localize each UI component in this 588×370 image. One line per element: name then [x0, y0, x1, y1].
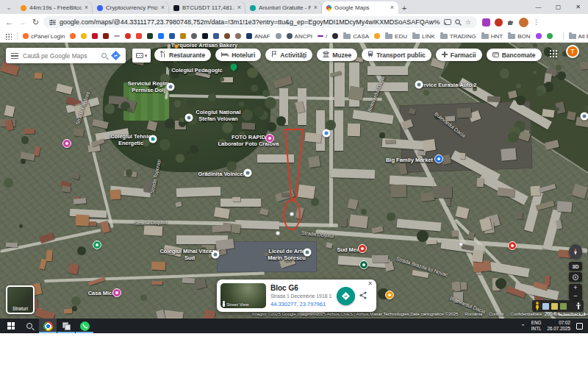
bookmark-item[interactable]: [103, 33, 109, 39]
layers-widget[interactable]: Straturi: [6, 285, 35, 314]
directions-icon[interactable]: [111, 51, 121, 60]
bookmark-item[interactable]: [114, 35, 120, 37]
tab-search-chevron-icon[interactable]: ⌄: [1, 1, 16, 14]
street-view-thumbnail[interactable]: Street View: [220, 283, 266, 308]
back-button[interactable]: ←: [4, 18, 15, 26]
accessibility-icon[interactable]: [576, 302, 581, 310]
bookmark-item[interactable]: [224, 33, 230, 39]
taskbar-chrome-button[interactable]: [39, 319, 57, 333]
layer-thumbnail[interactable]: [551, 303, 558, 310]
lens-search-icon[interactable]: [455, 19, 462, 26]
maps-search-box[interactable]: [6, 48, 126, 63]
bookmark-folder-link[interactable]: LINK: [412, 33, 435, 40]
tab-inactive[interactable]: Anunturi Gratuite - Peste 4 mil×: [245, 1, 322, 14]
bookmark-item[interactable]: [374, 33, 380, 39]
bookmark-item[interactable]: [235, 33, 241, 39]
keyboard-input-tool[interactable]: ▾: [132, 49, 151, 63]
bookmark-item[interactable]: [180, 33, 186, 39]
site-settings-icon[interactable]: [49, 19, 56, 26]
tab-inactive[interactable]: 44m:19s - FreeBitco.in - Win fr×: [16, 1, 93, 14]
bookmark-item[interactable]: [332, 33, 338, 39]
close-window-button[interactable]: ✕: [568, 4, 588, 10]
zoom-in-button[interactable]: +: [573, 284, 577, 292]
bookmark-item[interactable]: [92, 33, 98, 39]
account-avatar[interactable]: T: [566, 45, 579, 58]
chip-farmacii[interactable]: Farmacii: [436, 49, 482, 61]
start-button[interactable]: [2, 319, 20, 333]
directions-button[interactable]: [337, 287, 355, 305]
maximize-button[interactable]: ▢: [548, 4, 568, 10]
minimize-button[interactable]: —: [528, 4, 548, 10]
tab-close-icon[interactable]: ×: [390, 4, 394, 11]
bookmark-item[interactable]: ANCPI: [287, 33, 312, 40]
bookmark-item[interactable]: [70, 33, 76, 39]
tab-close-icon[interactable]: ×: [237, 4, 241, 11]
notification-center-icon[interactable]: [576, 323, 583, 330]
bookmark-item[interactable]: [547, 33, 553, 39]
bookmark-item[interactable]: [81, 33, 87, 39]
bookmark-folder-edu[interactable]: EDU: [385, 33, 407, 40]
pegman-icon[interactable]: [534, 302, 540, 310]
apps-grid-icon[interactable]: [5, 33, 12, 40]
bookmark-item[interactable]: ANAF: [246, 33, 270, 40]
bookmark-item[interactable]: cPanel Login: [23, 33, 65, 40]
language-indicator[interactable]: ENGINTL: [531, 320, 542, 332]
footer-link[interactable]: Confidențialitate: [510, 312, 542, 316]
chip-restaurante[interactable]: Restaurante: [154, 49, 211, 61]
bookmark-folder-bon[interactable]: BON: [508, 33, 530, 40]
tab-close-icon[interactable]: ×: [85, 4, 88, 11]
bookmark-item[interactable]: [213, 33, 219, 39]
map-canvas[interactable]: Turquoise Artisan BakeryColegiul Pedagog…: [0, 43, 588, 319]
new-tab-button[interactable]: +: [398, 1, 410, 14]
chip-bancomate[interactable]: Bancomate: [487, 49, 542, 61]
tab-inactive[interactable]: Cryptocurrency Prices, Charts A×: [93, 1, 169, 14]
zoom-out-button[interactable]: −: [573, 292, 577, 300]
my-location-button[interactable]: [569, 272, 582, 282]
extension-icon[interactable]: [482, 18, 490, 26]
bookmark-item[interactable]: [536, 33, 542, 39]
cast-icon[interactable]: [444, 19, 451, 25]
bookmark-item[interactable]: [147, 33, 153, 39]
bookmark-item[interactable]: [125, 33, 131, 39]
compass-control[interactable]: [569, 244, 582, 259]
taskbar-app-button[interactable]: [57, 319, 75, 333]
bookmark-item[interactable]: /: [318, 33, 327, 40]
profile-avatar[interactable]: [519, 18, 528, 27]
clock[interactable]: 07:0226.07.2025: [547, 320, 570, 332]
menu-hamburger-icon[interactable]: [11, 53, 18, 59]
place-coordinates-link[interactable]: 44.330277, 23.797961: [270, 301, 332, 307]
bookmark-folder-hnt[interactable]: HNT: [481, 33, 503, 40]
bookmark-item[interactable]: [136, 33, 142, 39]
reload-button[interactable]: ↻: [30, 18, 41, 26]
close-card-icon[interactable]: ✕: [368, 281, 373, 287]
bookmark-item[interactable]: [202, 33, 208, 39]
tab-close-icon[interactable]: ×: [161, 4, 165, 11]
google-apps-grid-icon[interactable]: [549, 49, 557, 57]
layer-thumbnail[interactable]: [542, 303, 549, 310]
forward-button[interactable]: →: [17, 18, 28, 26]
bookmark-item[interactable]: [276, 33, 282, 39]
bookmark-item[interactable]: [158, 33, 164, 39]
bookmark-item[interactable]: [169, 33, 175, 39]
extensions-puzzle-icon[interactable]: [507, 18, 514, 26]
chip-activități[interactable]: Activități: [265, 49, 312, 61]
tab-inactive[interactable]: BTCUSDT 117,481.51 ▼ -0.11×: [169, 1, 245, 14]
search-icon[interactable]: [101, 53, 107, 58]
footer-link[interactable]: România: [465, 312, 482, 316]
chip-transport-public[interactable]: Transport public: [362, 49, 431, 61]
all-bookmarks-button[interactable]: All Bookmarks: [569, 33, 588, 40]
chip-hoteluri[interactable]: Hoteluri: [215, 49, 261, 61]
extension-icon[interactable]: [495, 18, 503, 26]
taskbar-search-button[interactable]: [21, 319, 38, 333]
layer-thumbnail[interactable]: [560, 303, 567, 310]
3d-toggle-button[interactable]: 3D: [569, 262, 582, 271]
chip-muzee[interactable]: Muzee: [317, 49, 357, 61]
share-button[interactable]: [359, 289, 367, 302]
bookmark-folder-casa[interactable]: CASA: [343, 33, 369, 40]
tray-chevron-icon[interactable]: ⌃: [520, 324, 526, 328]
address-bar[interactable]: google.com/maps/@44.3311177,23.7980748,7…: [43, 16, 477, 28]
search-input[interactable]: [23, 52, 97, 60]
bookmark-star-icon[interactable]: ☆: [465, 19, 471, 26]
footer-link[interactable]: Condiții: [489, 312, 503, 316]
tab-close-icon[interactable]: ×: [314, 4, 318, 11]
